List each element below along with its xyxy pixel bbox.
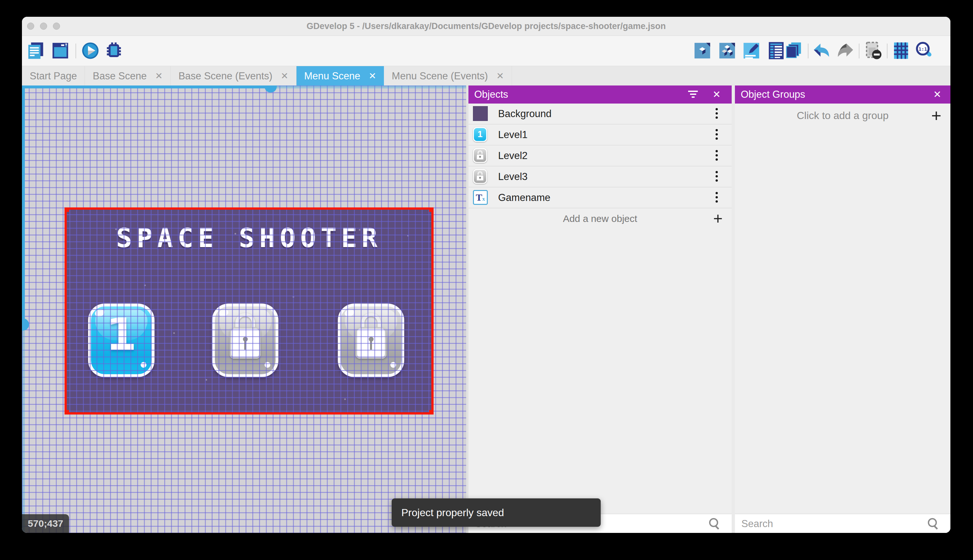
properties-pencil-icon [742,41,761,60]
instances-list-icon [767,41,786,60]
object-row-level1[interactable]: 1 Level1 [468,125,732,145]
play-icon [81,41,100,60]
object-groups-panel-title: Object Groups [741,85,805,103]
redo-arrow-icon [836,41,854,60]
level3-button-instance[interactable] [338,303,404,377]
open-objects-panel-button[interactable] [693,41,712,60]
scene-editor-canvas[interactable]: SPACE SHOOTER 1 [22,85,466,533]
objects-panel: Objects ✕ Background 1 Level1 [468,85,732,533]
close-tab-icon[interactable]: ✕ [155,71,163,81]
object-row-level2[interactable]: Level2 [468,145,732,167]
lock-icon [215,313,275,359]
object-menu-icon[interactable] [716,129,718,141]
horizontal-scrollbar-thumb[interactable] [265,85,277,93]
search-icon [928,518,939,529]
add-object-label: Add a new object [468,208,732,229]
add-group-row[interactable]: Click to add a group + [735,103,950,127]
save-toast: Project properly saved [392,498,601,527]
close-panel-icon[interactable]: ✕ [933,85,941,103]
debug-button[interactable] [105,41,123,60]
debug-bug-icon [105,41,123,60]
groups-search-input[interactable] [741,517,893,531]
filter-icon[interactable] [688,91,698,98]
search-icon [709,518,720,529]
toolbar-divider [859,43,860,58]
editor-tabbar: Start Page Base Scene✕ Base Scene (Event… [22,66,950,86]
background-instance-selection[interactable]: SPACE SHOOTER 1 [65,207,433,415]
level2-button-instance[interactable] [212,303,278,377]
gamename-thumbnail: Tx [473,190,488,205]
layers-icon [785,41,803,60]
vertical-scrollbar-thumb[interactable] [22,318,29,331]
close-panel-icon[interactable]: ✕ [713,85,721,103]
toolbar-divider [887,43,888,58]
toggle-grid-button[interactable] [892,41,910,60]
object-menu-icon[interactable] [716,108,718,120]
close-tab-icon[interactable]: ✕ [496,71,503,81]
svg-text:1:1: 1:1 [918,47,927,52]
zoom-reset-button[interactable]: 1:1 [915,41,933,60]
panel-divider[interactable] [732,85,735,533]
close-tab-icon[interactable]: ✕ [369,71,376,81]
add-object-row[interactable]: Add a new object + [468,208,732,229]
object-groups-panel-header: Object Groups ✕ [735,85,950,103]
objects-panel-header: Objects ✕ [468,85,732,103]
objects-panel-title: Objects [474,85,508,103]
open-object-groups-panel-button[interactable] [718,41,736,60]
window-icon [51,41,70,60]
tab-start-page[interactable]: Start Page [22,66,85,86]
gdevelop-window: GDevelop 5 - /Users/dkarakay/Documents/G… [22,17,950,533]
window-mask-icon [864,41,883,60]
project-manager-icon [27,41,45,60]
object-menu-icon[interactable] [716,171,718,183]
toggle-window-mask-button[interactable] [864,41,883,60]
add-group-plus-icon[interactable]: + [931,103,941,127]
object-row-level3[interactable]: Level3 [468,167,732,187]
object-menu-icon[interactable] [716,192,718,203]
project-manager-button[interactable] [27,41,45,60]
tab-menu-scene-events[interactable]: Menu Scene (Events)✕ [384,66,512,86]
close-tab-icon[interactable]: ✕ [281,71,288,81]
object-menu-icon[interactable] [716,150,718,162]
redo-button[interactable] [836,41,854,60]
open-properties-panel-button[interactable] [742,41,761,60]
gamename-text-instance[interactable]: SPACE SHOOTER [67,223,432,253]
main-toolbar: 1:1 [22,36,950,66]
level1-thumbnail: 1 [473,127,488,143]
layers-button[interactable] [785,41,803,60]
level1-button-instance[interactable]: 1 [88,303,155,377]
panel-divider[interactable] [466,85,468,533]
tab-menu-scene[interactable]: Menu Scene✕ [297,66,384,86]
titlebar: GDevelop 5 - /Users/dkarakay/Documents/G… [22,17,950,36]
level3-thumbnail [473,169,488,185]
groups-search-bar [735,513,950,533]
main-content: SPACE SHOOTER 1 [22,85,950,533]
grid-icon [892,41,910,60]
undo-button[interactable] [813,41,831,60]
toolbar-divider [75,43,76,58]
undo-arrow-icon [813,41,831,60]
object-row-gamename[interactable]: Tx Gamename [468,187,732,208]
level2-thumbnail [473,148,488,163]
zoom-one-to-one-icon: 1:1 [915,41,933,60]
object-row-background[interactable]: Background [468,103,732,125]
object-groups-panel: Object Groups ✕ Click to add a group + [735,85,950,533]
preview-button[interactable] [81,41,100,60]
add-group-label: Click to add a group [735,103,950,127]
tab-base-scene[interactable]: Base Scene✕ [85,66,171,86]
objects-cube-icon [693,41,712,60]
add-object-plus-icon[interactable]: + [713,208,723,228]
toolbar-divider [808,43,808,58]
start-page-button[interactable] [51,41,70,60]
object-groups-cubes-icon [718,41,736,60]
window-title: GDevelop 5 - /Users/dkarakay/Documents/G… [22,17,950,35]
background-thumbnail [473,106,488,122]
instances-list-button[interactable] [767,41,786,60]
tab-base-scene-events[interactable]: Base Scene (Events)✕ [171,66,297,86]
cursor-coordinates: 570;437 [22,514,69,533]
lock-icon [341,313,402,359]
